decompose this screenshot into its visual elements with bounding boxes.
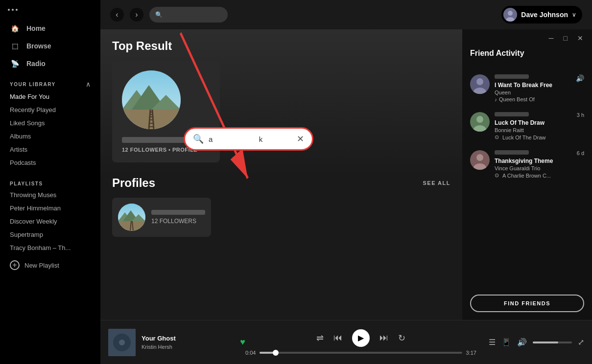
friend-name-bar-0: [495, 74, 529, 79]
sidebar-item-radio[interactable]: 📡 Radio: [4, 55, 96, 72]
library-item-artists[interactable]: Artists: [4, 143, 96, 156]
np-album-art: [108, 329, 136, 356]
user-name: Dave Johnson: [521, 11, 568, 19]
svg-point-32: [476, 154, 483, 161]
next-button[interactable]: ⏭: [379, 333, 388, 343]
friend-song-0: I Want To Break Free: [495, 82, 571, 89]
albums-label: Albums: [10, 133, 31, 140]
sidebar-nav: 🏠 Home ⬚ Browse 📡 Radio: [0, 20, 100, 72]
library-items: Made For You Recently Played Liked Songs…: [0, 90, 100, 169]
profile-name-bar: [151, 210, 205, 215]
friend-activity-title: Friend Activity: [470, 49, 524, 57]
friend-artist-1: Bonnie Raitt: [495, 127, 572, 133]
volume-fill: [533, 341, 558, 343]
topbar-search-bar[interactable]: 🔍: [149, 7, 228, 23]
volume-bar[interactable]: [533, 341, 572, 343]
friend-info-2: Thanksgiving Theme Vince Guaraldi Trio ⊙…: [495, 150, 572, 179]
playlists-label: Playlists: [0, 173, 100, 188]
svg-rect-20: [118, 221, 145, 231]
maximize-button[interactable]: □: [561, 33, 570, 43]
library-item-podcasts[interactable]: Podcasts: [4, 156, 96, 169]
dot-3: [16, 9, 18, 11]
friend-volume-icon: 🔊: [576, 74, 584, 82]
play-button[interactable]: ▶: [352, 329, 370, 347]
forward-button[interactable]: ›: [130, 8, 143, 22]
search-overlay-icon: 🔍: [193, 134, 204, 144]
result-name-bar: [122, 137, 190, 143]
find-friends-button[interactable]: FIND FRIENDS: [470, 295, 584, 312]
profile-avatar-small: [118, 204, 145, 231]
menu-dots[interactable]: [0, 4, 100, 16]
sidebar-item-browse[interactable]: ⬚ Browse: [4, 37, 96, 55]
profile-card-0[interactable]: 12 FOLLOWERS: [112, 198, 211, 237]
user-account-button[interactable]: Dave Johnson ∨: [501, 6, 582, 23]
library-item-albums[interactable]: Albums: [4, 130, 96, 143]
circle-play-icon: ⊙: [495, 134, 499, 140]
friend-item-2[interactable]: Thanksgiving Theme Vince Guaraldi Trio ⊙…: [466, 145, 588, 183]
plus-circle-icon: +: [10, 260, 20, 270]
sidebar-radio-label: Radio: [26, 60, 46, 68]
playlist-item-2[interactable]: Discover Weekly: [4, 215, 96, 228]
playlist-item-0[interactable]: Throwing Muses: [4, 188, 96, 202]
see-all-button[interactable]: SEE ALL: [423, 180, 450, 186]
library-item-recently-played[interactable]: Recently Played: [4, 103, 96, 116]
friend-avatar-2: [470, 150, 490, 170]
shuffle-button[interactable]: ⇌: [316, 333, 324, 343]
devices-button[interactable]: 📱: [501, 338, 511, 347]
queue-button[interactable]: ☰: [489, 338, 496, 347]
library-item-made-for-you[interactable]: Made For You: [4, 90, 96, 103]
profiles-section: Profiles SEE ALL: [112, 176, 450, 237]
friend-artist-0: Queen: [495, 90, 571, 95]
playlist-item-1[interactable]: Peter Himmelman: [4, 202, 96, 215]
friend-album-name-0: Queen Best Of: [499, 96, 535, 102]
np-progress-bar[interactable]: [260, 352, 462, 354]
new-playlist-button[interactable]: + New Playlist: [0, 256, 100, 274]
friend-artist-2: Vince Guaraldi Trio: [495, 165, 572, 171]
recently-played-label: Recently Played: [10, 106, 56, 114]
np-heart-icon[interactable]: ♥: [240, 337, 245, 347]
sidebar-item-home[interactable]: 🏠 Home: [4, 20, 96, 37]
home-icon: 🏠: [10, 23, 20, 33]
close-button[interactable]: ✕: [574, 33, 586, 43]
main-scroll-area: Top Result: [100, 29, 462, 320]
profiles-header: Profiles SEE ALL: [112, 176, 450, 190]
top-result-title: Top Result: [112, 39, 450, 53]
friend-item-0[interactable]: I Want To Break Free Queen ♪ Queen Best …: [466, 69, 588, 107]
np-progress-dot: [273, 350, 279, 356]
profiles-title: Profiles: [112, 176, 155, 190]
playlist-item-4[interactable]: Tracy Bonham – Th...: [4, 241, 96, 254]
dot-2: [12, 9, 14, 11]
artists-label: Artists: [10, 146, 27, 153]
library-label: Your Library: [10, 82, 56, 87]
volume-icon-button[interactable]: 🔊: [517, 338, 527, 347]
np-time-current: 0:04: [245, 350, 256, 356]
topbar-search-icon: 🔍: [155, 11, 163, 18]
minimize-button[interactable]: ─: [546, 33, 557, 43]
profile-info: 12 FOLLOWERS: [151, 210, 205, 225]
np-song-name: Your Ghost: [142, 335, 230, 342]
search-clear-button[interactable]: ✕: [297, 134, 304, 144]
library-item-liked-songs[interactable]: Liked Songs: [4, 116, 96, 130]
friend-panel-header: Friend Activity: [462, 47, 592, 64]
topbar-search-input[interactable]: [166, 11, 215, 19]
repeat-button[interactable]: ↻: [398, 333, 405, 343]
playlist-item-3[interactable]: Supertramp: [4, 228, 96, 241]
friend-list: I Want To Break Free Queen ♪ Queen Best …: [462, 64, 592, 291]
circle-play-icon-2: ⊙: [495, 172, 499, 179]
friend-item-1[interactable]: Luck Of The Draw Bonnie Raitt ⊙ Luck Of …: [466, 107, 588, 145]
library-chevron-icon[interactable]: ∧: [86, 80, 91, 88]
friend-song-1: Luck Of The Draw: [495, 119, 572, 126]
fullscreen-button[interactable]: ⤢: [578, 338, 584, 347]
topbar-right: Dave Johnson ∨: [501, 6, 582, 23]
search-box-overlay[interactable]: 🔍 a k ✕: [184, 127, 313, 151]
podcasts-label: Podcasts: [10, 159, 36, 166]
back-button[interactable]: ‹: [110, 8, 124, 22]
playlists-items: Throwing Muses Peter Himmelman Discover …: [0, 188, 100, 254]
np-center: ⇌ ⏮ ▶ ⏭ ↻ 0:04 3:17: [245, 329, 476, 356]
previous-button[interactable]: ⏮: [333, 333, 342, 343]
sidebar-home-label: Home: [26, 24, 46, 32]
content-area: ‹ › 🔍: [100, 0, 592, 320]
svg-point-36: [119, 340, 125, 345]
window-controls-area: ─ □ ✕: [462, 29, 592, 47]
user-chevron-icon: ∨: [572, 11, 576, 18]
